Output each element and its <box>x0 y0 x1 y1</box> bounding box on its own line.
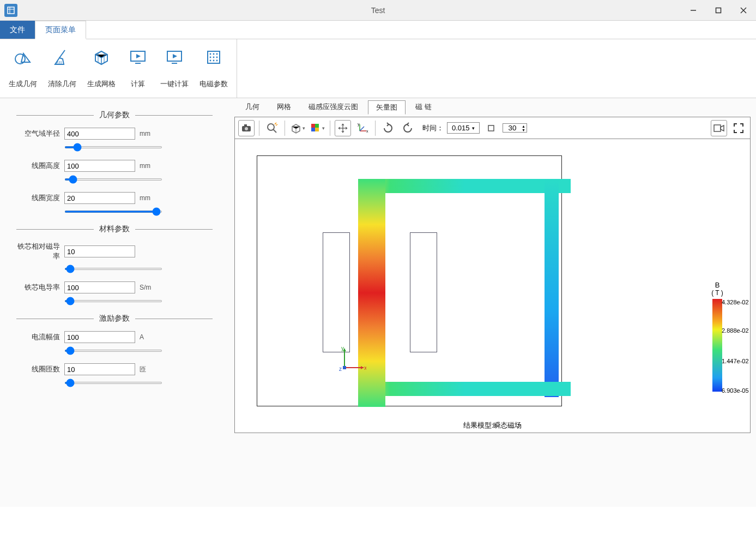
coil-width-input[interactable] <box>64 192 135 204</box>
curr-amp-unit: A <box>140 333 161 341</box>
main: 几何 网格 磁感应强度云图 矢量图 磁 链 xy 时间： 0.015▾ <box>229 98 756 507</box>
camera-icon[interactable] <box>238 120 255 136</box>
section-material: 材料参数 <box>16 224 213 234</box>
param-air-radius: 空气域半径 mm <box>16 128 213 140</box>
stop-icon[interactable] <box>483 120 499 136</box>
svg-point-17 <box>216 53 218 55</box>
svg-text:z: z <box>339 366 342 372</box>
section-geom: 几何参数 <box>16 110 213 120</box>
coil-width-label: 线圈宽度 <box>16 193 60 203</box>
param-turns: 线圈匝数 匝 <box>16 363 213 375</box>
app-icon <box>4 4 17 17</box>
svg-text:x: x <box>364 365 366 371</box>
zoom-icon[interactable] <box>264 120 280 136</box>
legend-tick-3: 6.903e-05 <box>722 387 749 394</box>
menu-file[interactable]: 文件 <box>0 21 35 39</box>
curr-amp-slider[interactable] <box>64 350 162 352</box>
video-icon[interactable] <box>711 120 727 136</box>
tab-vector[interactable]: 矢量图 <box>368 100 406 115</box>
perm-input[interactable] <box>64 245 135 257</box>
param-coil-height: 线圈高度 mm <box>16 160 213 172</box>
core-bottom <box>358 382 571 396</box>
tab-bcontour[interactable]: 磁感应强度云图 <box>301 100 366 115</box>
gen-geom-button[interactable]: 生成几何 <box>3 45 43 92</box>
param-conductivity: 铁芯电导率 S/m <box>16 281 213 293</box>
vector-field <box>263 161 556 400</box>
maximize-button[interactable] <box>706 0 731 21</box>
compute-button[interactable]: 计算 <box>121 45 155 92</box>
result-tabs: 几何 网格 磁感应强度云图 矢量图 磁 链 <box>234 100 751 115</box>
plot-box: x y z <box>257 155 562 406</box>
sphere-triangle-icon <box>14 48 32 67</box>
tab-mesh[interactable]: 网格 <box>269 100 299 115</box>
time-dropdown[interactable]: 0.015▾ <box>447 122 480 134</box>
plot-area[interactable]: x y z B ( T ) 4.328e-02 2.888e-02 1.447e… <box>235 139 750 433</box>
colorcube-icon[interactable] <box>309 120 325 136</box>
spin-down[interactable]: ▼ <box>522 128 525 132</box>
minimize-button[interactable] <box>681 0 706 21</box>
transparency-icon[interactable] <box>289 120 306 136</box>
viewer: xy 时间： 0.015▾ ▲▼ <box>234 117 751 433</box>
onekey-button[interactable]: 一键计算 <box>155 45 194 92</box>
tab-flux[interactable]: 磁 链 <box>408 100 439 115</box>
turns-input[interactable] <box>64 363 135 375</box>
legend-title1: B <box>690 281 745 289</box>
curr-amp-input[interactable] <box>64 331 135 343</box>
svg-point-18 <box>210 57 211 58</box>
gen-geom-label: 生成几何 <box>9 79 37 89</box>
time-label: 时间： <box>422 123 444 133</box>
fullscreen-icon[interactable] <box>730 120 747 136</box>
svg-rect-2 <box>716 8 721 13</box>
turns-slider[interactable] <box>64 382 162 384</box>
conduct-input[interactable] <box>64 281 135 293</box>
param-permeability: 铁芯相对磁导率 <box>16 242 213 261</box>
svg-rect-32 <box>315 128 319 131</box>
svg-text:x: x <box>366 129 368 133</box>
ribbon-group: 生成几何 清除几何 生成网格 计算 一键计算 电磁参数 <box>0 39 237 98</box>
svg-rect-39 <box>714 125 721 131</box>
spin-up[interactable]: ▲ <box>522 124 525 128</box>
em-params-button[interactable]: 电磁参数 <box>194 45 233 92</box>
content: 几何参数 空气域半径 mm 线圈高度 mm 线圈宽度 mm 材料参数 铁芯相对磁… <box>0 98 756 507</box>
close-button[interactable] <box>731 0 756 21</box>
perm-slider[interactable] <box>64 268 162 270</box>
rotate-ccw-icon[interactable] <box>400 120 416 136</box>
menubar: 文件 页面菜单 <box>0 21 756 39</box>
air-radius-slider[interactable] <box>64 146 162 148</box>
frame-spinner[interactable]: ▲▼ <box>503 123 527 133</box>
clear-geom-button[interactable]: 清除几何 <box>43 45 82 92</box>
svg-text:y: y <box>358 122 360 127</box>
tab-geom[interactable]: 几何 <box>238 100 267 115</box>
svg-rect-38 <box>488 125 494 131</box>
viewer-toolbar: xy 时间： 0.015▾ ▲▼ <box>235 117 750 139</box>
svg-point-21 <box>210 60 211 62</box>
conduct-label: 铁芯电导率 <box>16 283 60 292</box>
air-radius-unit: mm <box>140 130 161 137</box>
svg-rect-26 <box>244 124 247 126</box>
coil-height-input[interactable] <box>64 160 135 172</box>
core-top <box>358 179 571 193</box>
sidebar: 几何参数 空气域半径 mm 线圈高度 mm 线圈宽度 mm 材料参数 铁芯相对磁… <box>0 98 229 507</box>
turns-unit: 匝 <box>140 365 161 374</box>
gen-mesh-label: 生成网格 <box>87 79 116 89</box>
coil-height-slider[interactable] <box>64 178 162 181</box>
clear-geom-label: 清除几何 <box>48 79 76 89</box>
frame-input[interactable] <box>504 124 521 132</box>
broom-icon <box>53 48 71 67</box>
air-radius-input[interactable] <box>64 128 135 140</box>
gen-mesh-button[interactable]: 生成网格 <box>82 45 121 92</box>
menu-page[interactable]: 页面菜单 <box>35 21 86 39</box>
svg-point-19 <box>213 57 215 58</box>
svg-line-6 <box>59 50 65 58</box>
pan-icon[interactable] <box>335 120 351 136</box>
coil-width-slider[interactable] <box>64 211 162 213</box>
axes-view-icon[interactable]: xy <box>354 120 371 136</box>
rotate-cw-icon[interactable] <box>380 120 396 136</box>
curr-amp-label: 电流幅值 <box>16 332 60 342</box>
conduct-slider[interactable] <box>64 300 162 302</box>
color-legend: B ( T ) 4.328e-02 2.888e-02 1.447e-02 6.… <box>690 281 745 394</box>
cube-mesh-icon <box>92 48 111 67</box>
window-controls <box>681 0 756 21</box>
legend-tick-0: 4.328e-02 <box>722 299 749 305</box>
legend-tick-2: 1.447e-02 <box>722 358 749 364</box>
